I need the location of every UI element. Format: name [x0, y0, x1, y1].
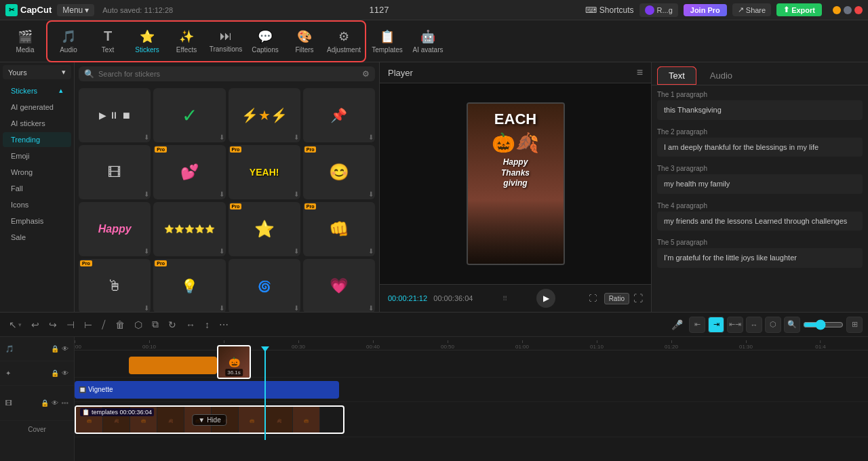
- list-item[interactable]: 💗 ⬇: [303, 259, 375, 312]
- stickers-panel: 🔍 ⚙ ▶ ⏸ ⏹ ⬇ ✓ ⬇ ⚡★⚡ ⬇ 📌 ⬇: [75, 62, 380, 312]
- maximize-button[interactable]: [844, 6, 852, 14]
- paragraph-label-4: The 4 paragraph: [657, 202, 863, 209]
- flip-h-button[interactable]: ↔: [182, 317, 199, 332]
- tool-captions[interactable]: 💬 Captions: [245, 23, 285, 60]
- list-item[interactable]: Pro 🖱 ⬇: [79, 259, 151, 312]
- track-clip-orange[interactable]: [129, 357, 217, 374]
- tl-icon-2[interactable]: ⇥: [708, 317, 724, 333]
- filter-icon[interactable]: ⚙: [362, 69, 370, 79]
- sidebar-item-stickers[interactable]: Stickers ▴: [3, 83, 71, 98]
- tl-icon-1[interactable]: ⇤: [689, 317, 705, 333]
- tl-icon-4[interactable]: ↔: [746, 317, 762, 333]
- tool-transitions[interactable]: ⏭ Transitions: [206, 23, 245, 60]
- rotate-button[interactable]: ↻: [165, 317, 180, 332]
- list-item[interactable]: ▶ ⏸ ⏹ ⬇: [79, 88, 151, 142]
- video-clip[interactable]: 📋 templates 00:00:36:04 🎃 🍂 🎃 🍂 🎃 🍂 🎃 🍂: [75, 405, 344, 434]
- tool-effects[interactable]: ✨ Effects: [167, 23, 206, 60]
- left-sidebar: Yours ▾ Stickers ▴ AI generated AI stick…: [0, 62, 75, 312]
- tool-ai-avatars[interactable]: 🤖 AI avatars: [408, 23, 448, 60]
- list-item[interactable]: ⭐⭐⭐⭐⭐ ⬇: [153, 202, 225, 256]
- tab-text[interactable]: Text: [657, 66, 696, 85]
- collection-dropdown[interactable]: Yours ▾: [3, 65, 71, 79]
- player-menu-icon[interactable]: ≡: [637, 66, 643, 79]
- transform-button[interactable]: ⧉: [149, 317, 162, 332]
- timeline-right-controls: 🎤 ⇤ ⇥ ⇤⇥ ↔ ⬡ 🔍 ⊞: [668, 317, 863, 333]
- eye-icon-2[interactable]: 👁: [62, 369, 68, 377]
- paragraph-text-5: I'm grateful for the little joys like la…: [657, 248, 863, 268]
- cover-label: Cover: [28, 426, 46, 433]
- timeline-content[interactable]: 00:00 00:10 00:20 00:30 00:40 00:50 01:0…: [75, 337, 868, 461]
- list-item[interactable]: 📌 ⬇: [303, 88, 375, 142]
- zoom-slider[interactable]: [803, 319, 844, 330]
- sidebar-item-emoji[interactable]: Emoji: [3, 148, 71, 163]
- cursor-tool-button[interactable]: ↖ ▾: [5, 317, 25, 332]
- eye-icon-1[interactable]: 👁: [62, 345, 68, 353]
- eye-icon-3[interactable]: 👁: [52, 399, 58, 407]
- minimize-button[interactable]: [833, 6, 841, 14]
- fit-screen-button[interactable]: ⛶: [585, 292, 600, 305]
- tl-icon-6[interactable]: 🔍: [784, 317, 800, 333]
- join-pro-button[interactable]: Join Pro: [684, 4, 727, 16]
- split-button[interactable]: ⧸: [98, 317, 109, 332]
- chevron-down-icon: ▾: [85, 5, 89, 15]
- list-item[interactable]: Pro ⭐ ⬇: [229, 202, 300, 256]
- redo-button[interactable]: ↪: [45, 317, 60, 332]
- list-item[interactable]: ⚡★⚡ ⬇: [229, 88, 300, 142]
- mask-button[interactable]: ⬡: [131, 317, 146, 332]
- sidebar-item-trending[interactable]: Trending: [3, 132, 71, 147]
- play-button[interactable]: ▶: [536, 289, 555, 308]
- sidebar-item-wrong[interactable]: Wrong: [3, 165, 71, 180]
- shortcuts-button[interactable]: ⌨ Shortcuts: [585, 5, 634, 15]
- close-button[interactable]: [854, 6, 863, 14]
- vignette-clip[interactable]: 🔲 Vignette: [75, 381, 339, 399]
- menu-button[interactable]: Menu ▾: [57, 4, 94, 16]
- tl-icon-3[interactable]: ⇤⇥: [727, 317, 743, 333]
- list-item[interactable]: Pro 💕 ⬇: [153, 145, 225, 199]
- sidebar-item-icons[interactable]: Icons: [3, 197, 71, 212]
- list-item[interactable]: Pro 💡 ⬇: [153, 259, 225, 312]
- track-more-icon[interactable]: •••: [61, 399, 68, 407]
- list-item[interactable]: Happy ⬇: [79, 202, 151, 256]
- tl-icon-5[interactable]: ⬡: [765, 317, 781, 333]
- mic-button[interactable]: 🎤: [668, 317, 686, 332]
- fullscreen-button[interactable]: ⛶: [633, 293, 643, 304]
- download-icon: ⬇: [219, 247, 224, 255]
- list-item[interactable]: Pro YEAH! ⬇: [229, 145, 300, 199]
- ruler-tick-9: 01:30: [739, 340, 753, 350]
- list-item[interactable]: Pro 😊 ⬇: [303, 145, 375, 199]
- tool-text[interactable]: T Text: [88, 23, 127, 60]
- sidebar-item-fall[interactable]: Fall: [3, 181, 71, 196]
- tool-templates[interactable]: 📋 Templates: [368, 23, 407, 60]
- share-button[interactable]: ↗ Share: [732, 3, 771, 16]
- hide-button[interactable]: ▼ Hide: [192, 414, 226, 426]
- tl-icon-7[interactable]: ⊞: [846, 317, 863, 333]
- search-input[interactable]: [98, 70, 358, 78]
- ring-button[interactable]: R...g: [639, 3, 678, 17]
- logo: ✂ CapCut: [5, 4, 52, 16]
- more-button[interactable]: ⋯: [216, 317, 232, 332]
- list-item[interactable]: ✓ ⬇: [153, 88, 225, 142]
- tool-adjustment[interactable]: ⚙ Adjustment: [324, 23, 363, 60]
- ratio-button[interactable]: Ratio: [604, 293, 629, 304]
- sidebar-item-emphasis[interactable]: Emphasis: [3, 214, 71, 228]
- sidebar-item-sale[interactable]: Sale: [3, 230, 71, 245]
- list-item[interactable]: 🌀 ⬇: [229, 259, 300, 312]
- split-end-button[interactable]: ⊢: [81, 317, 96, 332]
- split-start-button[interactable]: ⊣: [63, 317, 78, 332]
- flip-v-button[interactable]: ↕: [201, 317, 213, 332]
- undo-button[interactable]: ↩: [28, 317, 43, 332]
- tab-audio[interactable]: Audio: [699, 66, 743, 85]
- download-icon: ⬇: [294, 247, 299, 255]
- timeline-playhead[interactable]: [264, 350, 266, 440]
- delete-button[interactable]: 🗑: [112, 317, 128, 332]
- sidebar-item-ai-generated[interactable]: AI generated: [3, 100, 71, 115]
- tool-stickers[interactable]: ⭐ Stickers: [127, 23, 167, 60]
- sidebar-item-ai-stickers[interactable]: AI stickers: [3, 116, 71, 131]
- tool-audio[interactable]: 🎵 Audio: [49, 23, 88, 60]
- export-button[interactable]: ⬆ Export: [776, 3, 822, 16]
- list-item[interactable]: 🎞 ⬇: [79, 145, 151, 199]
- tool-media[interactable]: 🎬 Media: [5, 23, 45, 60]
- share-icon: ↗: [738, 5, 744, 14]
- list-item[interactable]: Pro 👊 ⬇: [303, 202, 375, 256]
- tool-filters[interactable]: 🎨 Filters: [285, 23, 324, 60]
